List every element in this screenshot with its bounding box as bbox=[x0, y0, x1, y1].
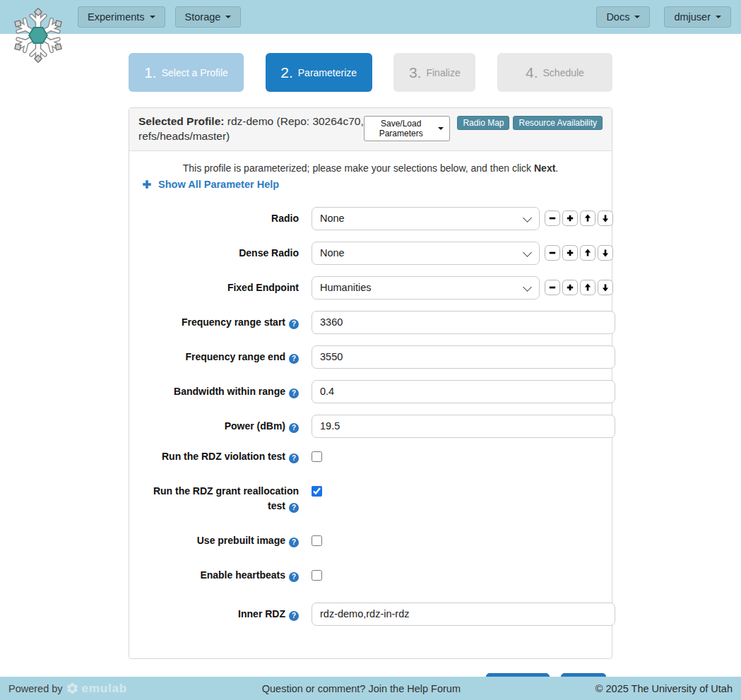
field-label: Dense Radio bbox=[139, 246, 299, 261]
add-entry-button[interactable] bbox=[562, 280, 578, 295]
field-label: Fixed Endpoint bbox=[139, 280, 299, 295]
field-select[interactable]: None bbox=[312, 207, 540, 230]
field-select[interactable]: None bbox=[312, 242, 540, 265]
help-icon[interactable]: ? bbox=[289, 319, 299, 329]
plus-icon bbox=[566, 283, 574, 292]
field-control: Humanities bbox=[312, 276, 613, 299]
field-label-text: Dense Radio bbox=[239, 247, 299, 259]
field-label-text: Fixed Endpoint bbox=[227, 282, 299, 293]
step-parameterize[interactable]: 2. Parameterize bbox=[266, 53, 372, 92]
move-up-button[interactable] bbox=[580, 210, 595, 226]
step-label: Finalize bbox=[426, 67, 460, 78]
chevron-down-icon bbox=[225, 16, 231, 18]
field-label: Power (dBm)? bbox=[139, 419, 299, 434]
field-label: Inner RDZ? bbox=[139, 607, 299, 622]
step-schedule: 4. Schedule bbox=[497, 53, 612, 92]
field-label: Frequency range end? bbox=[139, 350, 299, 364]
form-row: Frequency range start? bbox=[139, 311, 602, 334]
field-control bbox=[312, 568, 322, 581]
emulab-flower-icon bbox=[66, 682, 78, 694]
field-label: Enable heartbeats? bbox=[139, 568, 299, 583]
form-row: Fixed Endpoint Humanities bbox=[139, 276, 602, 299]
arrow-up-icon bbox=[583, 283, 592, 292]
help-icon[interactable]: ? bbox=[289, 453, 299, 463]
field-label-text: Radio bbox=[271, 213, 299, 224]
field-control bbox=[312, 533, 322, 546]
help-icon[interactable]: ? bbox=[289, 423, 299, 433]
field-select-wrap: None bbox=[312, 207, 540, 230]
minus-icon bbox=[548, 249, 557, 257]
field-control bbox=[312, 449, 322, 462]
field-select-wrap: Humanities bbox=[312, 276, 540, 299]
step-number: 2. bbox=[280, 64, 293, 81]
field-label-text: Run the RDZ violation test bbox=[162, 451, 285, 462]
show-all-parameter-help-label: Show All Parameter Help bbox=[158, 179, 279, 190]
add-entry-button[interactable] bbox=[562, 210, 578, 226]
chevron-down-icon bbox=[150, 16, 155, 18]
field-control bbox=[312, 311, 615, 334]
resource-availability-button[interactable]: Resource Availability bbox=[513, 116, 603, 130]
menu-docs[interactable]: Docs bbox=[596, 6, 650, 28]
help-icon[interactable]: ? bbox=[289, 572, 299, 582]
field-label: Radio bbox=[139, 211, 299, 226]
remove-entry-button[interactable] bbox=[545, 245, 560, 261]
move-up-button[interactable] bbox=[580, 280, 595, 295]
field-input[interactable] bbox=[312, 603, 615, 626]
radio-map-button[interactable]: Radio Map bbox=[457, 116, 509, 130]
show-all-parameter-help-toggle[interactable]: Show All Parameter Help bbox=[139, 179, 602, 190]
powder-snowflake-logo[interactable] bbox=[6, 3, 71, 68]
field-checkbox[interactable] bbox=[312, 535, 322, 546]
field-checkbox[interactable] bbox=[312, 486, 322, 497]
field-input[interactable] bbox=[312, 415, 615, 438]
field-control: None bbox=[312, 242, 613, 265]
field-input[interactable] bbox=[312, 380, 615, 403]
field-label: Run the RDZ grant reallocation test? bbox=[139, 484, 299, 514]
form-row: Use prebuilt image? bbox=[139, 533, 602, 548]
save-load-parameters-dropdown[interactable]: Save/Load Parameters bbox=[364, 116, 451, 141]
field-input[interactable] bbox=[312, 311, 615, 334]
help-icon[interactable]: ? bbox=[289, 611, 299, 621]
field-checkbox[interactable] bbox=[312, 451, 322, 462]
help-icon[interactable]: ? bbox=[289, 503, 299, 513]
question-text: Question or comment? bbox=[262, 683, 369, 694]
menu-user[interactable]: dmjuser bbox=[664, 6, 731, 28]
field-label: Frequency range start? bbox=[139, 315, 299, 330]
wizard-steps: 1. Select a Profile 2. Parameterize 3. F… bbox=[129, 53, 612, 92]
form-row: Inner RDZ? bbox=[139, 603, 602, 626]
remove-entry-button[interactable] bbox=[545, 280, 560, 295]
instruction-after: . bbox=[555, 162, 558, 174]
panel-heading: Selected Profile: rdz-demo (Repo: 30264c… bbox=[129, 108, 612, 151]
help-forum-link[interactable]: Join the Help Forum bbox=[368, 683, 461, 694]
move-down-button[interactable] bbox=[598, 210, 613, 226]
field-checkbox[interactable] bbox=[312, 570, 322, 581]
move-down-button[interactable] bbox=[598, 245, 613, 261]
field-label-text: Run the RDZ grant reallocation test bbox=[153, 485, 299, 511]
menu-storage[interactable]: Storage bbox=[175, 6, 242, 28]
add-entry-button[interactable] bbox=[562, 245, 578, 261]
navbar-left-menus: Experiments Storage bbox=[78, 6, 241, 28]
step-label: Parameterize bbox=[298, 67, 357, 78]
field-control bbox=[312, 484, 322, 497]
selected-profile-label: Selected Profile: bbox=[138, 115, 224, 127]
copyright: © 2025 The University of Utah bbox=[595, 683, 733, 694]
field-label-text: Power (dBm) bbox=[225, 420, 285, 432]
move-up-button[interactable] bbox=[580, 245, 595, 261]
form-row: Bandwidth within range? bbox=[139, 380, 602, 403]
move-down-button[interactable] bbox=[598, 280, 613, 295]
instruction-next-emphasis: Next bbox=[534, 162, 555, 174]
menu-experiments-label: Experiments bbox=[88, 11, 145, 23]
form-row: Run the RDZ grant reallocation test? bbox=[139, 484, 602, 514]
step-select-a-profile[interactable]: 1. Select a Profile bbox=[129, 53, 244, 92]
powered-by-label: Powered by bbox=[8, 683, 63, 694]
plus-icon bbox=[142, 179, 152, 189]
remove-entry-button[interactable] bbox=[545, 210, 560, 226]
field-control bbox=[312, 415, 615, 438]
field-label-text: Enable heartbeats bbox=[200, 569, 285, 581]
field-select[interactable]: Humanities bbox=[312, 276, 540, 299]
help-icon[interactable]: ? bbox=[289, 538, 299, 547]
menu-experiments[interactable]: Experiments bbox=[78, 6, 165, 28]
help-icon[interactable]: ? bbox=[289, 388, 299, 398]
field-input[interactable] bbox=[312, 345, 615, 369]
instruction-before: This profile is parameterized; please ma… bbox=[183, 162, 534, 174]
help-icon[interactable]: ? bbox=[289, 354, 299, 364]
